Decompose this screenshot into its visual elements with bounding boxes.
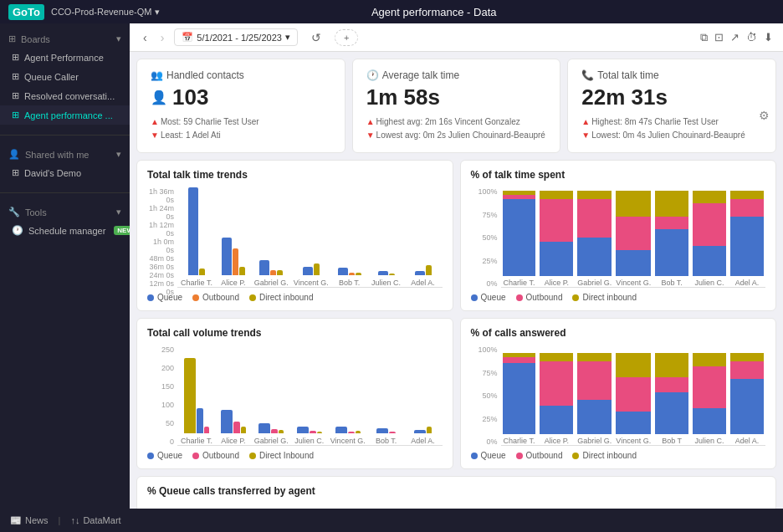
y-axis: 100%75%50%25%0%: [471, 187, 501, 288]
copy-icon[interactable]: ⧉: [700, 31, 708, 44]
bar-group: Alice P.: [218, 238, 249, 287]
avg-talk-time-card: 🕐 Average talk time 1m 58s Highest avg: …: [352, 59, 561, 153]
chevron-icon: ▾: [116, 149, 121, 160]
date-range-value: 5/1/2021 - 1/25/2023: [197, 33, 282, 43]
stacked-bar-group: Alice P.: [540, 353, 573, 445]
bar-group: Gabriel G.: [254, 260, 289, 287]
bar-group: Julien C.: [371, 271, 402, 287]
shared-icon: 👤: [8, 149, 20, 160]
total-talk-time-card: 📞 Total talk time 22m 31s Highest: 8m 47…: [567, 59, 776, 153]
news-item[interactable]: 📰 News: [10, 515, 49, 526]
sidebar-item-agent-performance[interactable]: ⊞ Agent Performance: [0, 48, 130, 67]
grid-icon: ⊞: [12, 52, 19, 63]
stacked-bar-group: Adel A.: [730, 191, 764, 287]
org-selector[interactable]: CCO-Prod-Revenue-QM ▾: [51, 7, 160, 18]
call-volume-trends-card: Total call volume trends 250200150100500: [136, 318, 453, 469]
handled-contacts-card: 👥 Handled contacts 👤 103 Most: 59 Charli…: [136, 59, 345, 153]
chart-legend: Queue Outbound Direct inbound: [471, 451, 766, 460]
bar-group: Vincent G.: [330, 427, 366, 445]
stacked-bar-group: Gabriel G.: [577, 191, 612, 287]
sidebar-item-label: Queue Caller: [24, 72, 79, 82]
handled-contacts-value: 👤 103: [151, 84, 331, 110]
stacked-bar-group: Julien C.: [693, 191, 726, 287]
stats-row: 👥 Handled contacts 👤 103 Most: 59 Charli…: [136, 59, 776, 153]
sidebar-item-label: Agent performance ...: [24, 110, 113, 120]
sidebar-boards-header[interactable]: ⊞ Boards ▾: [0, 30, 130, 48]
bottom-separator: |: [59, 515, 61, 525]
chevron-down-icon: ▾: [285, 32, 290, 43]
datamart-icon: ↑↓: [70, 515, 79, 525]
total-talk-time-sub: Highest: 8m 47s Charlie Test User Lowest…: [581, 115, 762, 142]
sidebar-tools-header[interactable]: 🔧 Tools ▾: [0, 203, 130, 221]
new-badge: NEW: [114, 226, 130, 235]
chart-legend: Queue Outbound Direct inbound: [471, 293, 766, 302]
goto-logo: GoTo: [8, 4, 44, 20]
stacked-bar-group: Julien C.: [693, 353, 726, 445]
sidebar-item-label: David's Demo: [24, 168, 81, 178]
stacked-bar-group: Bob T: [655, 353, 688, 445]
y-axis: 100%75%50%25%0%: [471, 345, 501, 446]
sidebar-item-label: Resolved conversati...: [24, 91, 115, 101]
chart-title: % of calls answered: [471, 327, 766, 339]
contacts-icon: 👥: [151, 69, 163, 81]
grid-icon: ⊞: [12, 90, 19, 101]
download-icon[interactable]: ⬇: [764, 31, 773, 43]
y-axis: 250200150100500: [147, 345, 177, 446]
sidebar-item-label: Schedule manager: [28, 226, 105, 236]
pct-calls-answered-card: % of calls answered 100%75%50%25%0%: [460, 318, 777, 469]
chart-legend: Queue Outbound Direct Inbound: [147, 451, 443, 460]
stacked-bar-group: Vincent G.: [616, 191, 651, 287]
avg-talk-time-sub: Highest avg: 2m 16s Vincent Gonzalez Low…: [366, 115, 547, 142]
forward-button[interactable]: ›: [157, 29, 168, 46]
sidebar-item-schedule-manager[interactable]: 🕐 Schedule manager NEW: [0, 221, 130, 240]
calendar-icon: 📅: [182, 32, 193, 43]
stacked-bar-group: Vincent G.: [616, 353, 651, 445]
stacked-bar-group: Charlie T.: [503, 353, 536, 445]
sidebar-item-resolved[interactable]: ⊞ Resolved conversati...: [0, 86, 130, 105]
sidebar: ⊞ Boards ▾ ⊞ Agent Performance ⊞ Queue C…: [0, 23, 130, 509]
stat-icon: 👤: [151, 90, 167, 105]
stacked-bar-group: Bob T.: [655, 191, 688, 287]
boards-label: Boards: [21, 34, 50, 44]
queue-calls-title: % Queue calls transferred by agent: [147, 485, 765, 497]
bottom-bar: 📰 News | ↑↓ DataMart: [0, 509, 783, 532]
chevron-icon: ▾: [116, 33, 121, 44]
chart-title: % of talk time spent: [471, 169, 766, 181]
back-button[interactable]: ‹: [140, 29, 151, 46]
reload-button[interactable]: ↺: [308, 29, 325, 46]
avg-talk-time-label: 🕐 Average talk time: [366, 69, 547, 81]
add-tab-button[interactable]: +: [335, 29, 358, 46]
stacked-bar-group: Alice P.: [540, 191, 573, 287]
duplicate-icon[interactable]: ⊡: [714, 31, 724, 43]
news-icon: 📰: [10, 515, 22, 526]
sidebar-item-queue-caller[interactable]: ⊞ Queue Caller: [0, 67, 130, 86]
grid-icon: ⊞: [12, 71, 19, 82]
clock-icon: 🕐: [366, 69, 379, 81]
bar-group: Charlie T.: [181, 187, 212, 287]
bar-group: Bob T.: [334, 268, 366, 287]
tools-icon: 🔧: [8, 207, 20, 217]
chevron-icon: ▾: [116, 207, 121, 217]
bar-group: Adel A.: [407, 427, 439, 445]
history-icon[interactable]: ⏱: [746, 31, 757, 43]
pct-talk-time-card: % of talk time spent 100%75%50%25%0%: [460, 160, 777, 311]
phone-icon: 📞: [581, 69, 594, 81]
datamart-item[interactable]: ↑↓ DataMart: [70, 515, 120, 525]
sidebar-item-agent-perf-data[interactable]: ⊞ Agent performance ...: [0, 105, 130, 125]
export-icon[interactable]: ↗: [730, 31, 740, 43]
date-picker[interactable]: 📅 5/1/2021 - 1/25/2023 ▾: [174, 28, 298, 46]
gear-settings[interactable]: ⚙: [759, 109, 770, 122]
total-talk-time-trends-card: Total talk time trends 1h 36m 0s1h 24m 0…: [136, 160, 453, 311]
grid-icon: ⊞: [12, 110, 19, 120]
chart-legend: Queue Outbound Direct inbound: [147, 293, 443, 302]
bar-group: Vincent G.: [294, 263, 329, 287]
org-name: CCO-Prod-Revenue-QM: [51, 7, 151, 17]
clock-icon: 🕐: [12, 225, 23, 236]
datamart-label: DataMart: [83, 515, 120, 525]
shared-label: Shared with me: [25, 150, 89, 160]
news-label: News: [25, 515, 49, 525]
sidebar-shared-header[interactable]: 👤 Shared with me ▾: [0, 146, 130, 163]
sidebar-item-davids-demo[interactable]: ⊞ David's Demo: [0, 163, 130, 182]
stacked-bar-group: Adel A.: [730, 353, 764, 445]
avg-talk-time-value: 1m 58s: [366, 84, 547, 110]
